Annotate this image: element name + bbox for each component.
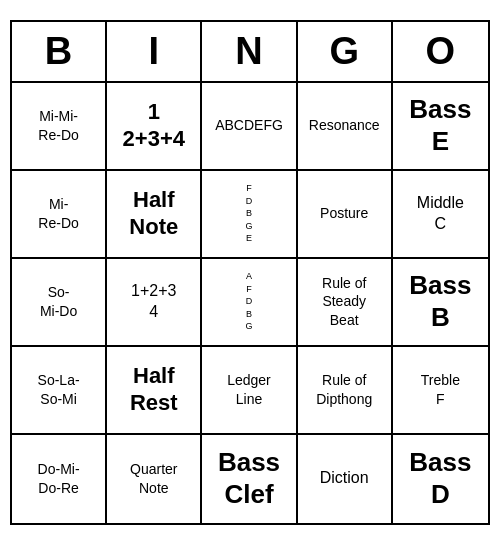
- cell-text: Mi- Re-Do: [38, 195, 78, 231]
- cell-text: So-La- So-Mi: [38, 371, 80, 407]
- bingo-card: BINGO Mi-Mi- Re-Do1 2+3+4ABCDEFGResonanc…: [10, 20, 490, 525]
- bingo-cell: Quarter Note: [107, 435, 202, 523]
- bingo-cell: Half Note: [107, 171, 202, 259]
- bingo-cell: Bass Clef: [202, 435, 297, 523]
- cell-text: Rule of Steady Beat: [322, 274, 366, 329]
- cell-text: So- Mi-Do: [40, 283, 77, 319]
- cell-text: F D B G E: [245, 182, 252, 245]
- cell-text: Treble F: [421, 371, 460, 407]
- bingo-cell: 1+2+3 4: [107, 259, 202, 347]
- header-letter: N: [202, 22, 297, 81]
- header-letter: I: [107, 22, 202, 81]
- cell-text: Posture: [320, 204, 368, 222]
- cell-text: Diction: [320, 468, 369, 489]
- cell-text: ABCDEFG: [215, 116, 283, 134]
- header-letter: G: [298, 22, 393, 81]
- bingo-cell: Rule of Dipthong: [298, 347, 393, 435]
- bingo-cell: Ledger Line: [202, 347, 297, 435]
- bingo-cell: A F D B G: [202, 259, 297, 347]
- bingo-cell: So- Mi-Do: [12, 259, 107, 347]
- bingo-cell: ABCDEFG: [202, 83, 297, 171]
- cell-text: Resonance: [309, 116, 380, 134]
- cell-text: Quarter Note: [130, 460, 177, 496]
- bingo-cell: Bass E: [393, 83, 488, 171]
- bingo-cell: Bass B: [393, 259, 488, 347]
- bingo-cell: Posture: [298, 171, 393, 259]
- cell-text: Do-Mi- Do-Re: [38, 460, 80, 496]
- bingo-cell: Bass D: [393, 435, 488, 523]
- bingo-cell: Middle C: [393, 171, 488, 259]
- bingo-cell: 1 2+3+4: [107, 83, 202, 171]
- cell-text: A F D B G: [245, 270, 252, 333]
- bingo-cell: Rule of Steady Beat: [298, 259, 393, 347]
- header-letter: O: [393, 22, 488, 81]
- cell-text: 1 2+3+4: [123, 99, 185, 152]
- cell-text: Middle C: [417, 193, 464, 235]
- bingo-cell: So-La- So-Mi: [12, 347, 107, 435]
- bingo-cell: Mi- Re-Do: [12, 171, 107, 259]
- bingo-cell: Mi-Mi- Re-Do: [12, 83, 107, 171]
- bingo-cell: Resonance: [298, 83, 393, 171]
- cell-text: Bass B: [409, 270, 471, 332]
- cell-text: Bass D: [409, 447, 471, 509]
- bingo-cell: F D B G E: [202, 171, 297, 259]
- bingo-cell: Half Rest: [107, 347, 202, 435]
- cell-text: 1+2+3 4: [131, 281, 176, 323]
- cell-text: Ledger Line: [227, 371, 271, 407]
- cell-text: Bass E: [409, 94, 471, 156]
- bingo-cell: Treble F: [393, 347, 488, 435]
- bingo-cell: Do-Mi- Do-Re: [12, 435, 107, 523]
- bingo-cell: Diction: [298, 435, 393, 523]
- cell-text: Rule of Dipthong: [316, 371, 372, 407]
- header-letter: B: [12, 22, 107, 81]
- cell-text: Half Rest: [130, 363, 178, 416]
- bingo-header: BINGO: [12, 22, 488, 83]
- cell-text: Mi-Mi- Re-Do: [38, 107, 78, 143]
- cell-text: Half Note: [129, 187, 178, 240]
- bingo-grid: Mi-Mi- Re-Do1 2+3+4ABCDEFGResonanceBass …: [12, 83, 488, 523]
- cell-text: Bass Clef: [218, 447, 280, 509]
